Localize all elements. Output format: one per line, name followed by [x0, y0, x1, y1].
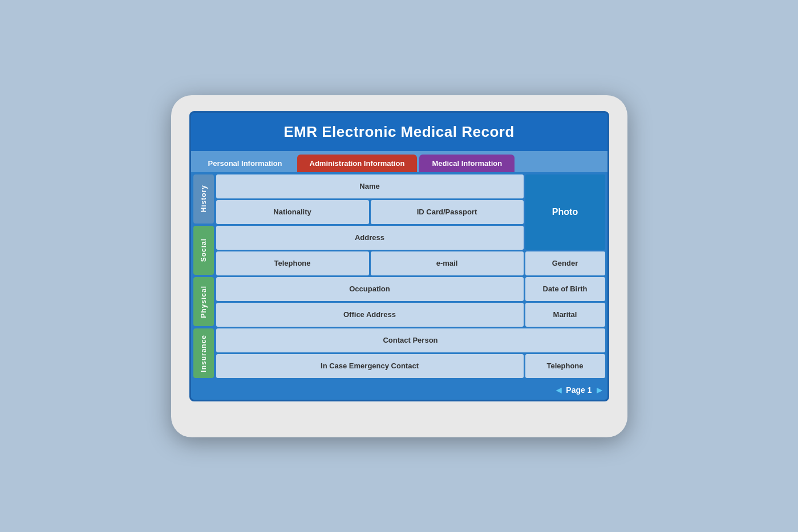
next-page-button[interactable]: ▸ — [597, 384, 602, 396]
tab-admin[interactable]: Administration Information — [297, 155, 418, 172]
emergency-row: In Case Emergency Contact Telephone — [216, 354, 605, 378]
pagination-row: ◂ Page 1 ▸ — [191, 380, 607, 400]
gender-field[interactable]: Gender — [525, 251, 605, 275]
page-label: Page 1 — [566, 385, 592, 395]
marital-field[interactable]: Marital — [525, 303, 605, 327]
office-address-field[interactable]: Office Address — [216, 303, 524, 327]
email-field[interactable]: e-mail — [371, 251, 524, 275]
address-row: Address — [216, 226, 524, 250]
nationality-field[interactable]: Nationality — [216, 200, 369, 224]
contact-person-field[interactable]: Contact Person — [216, 328, 605, 352]
office-marital-row: Office Address Marital — [216, 303, 605, 327]
sidebar-item-history[interactable]: History — [193, 174, 214, 224]
emr-container: EMR Electronic Medical Record Personal I… — [189, 111, 609, 401]
telephone2-field[interactable]: Telephone — [525, 354, 605, 378]
form-fields: Name Nationality ID Card/Passport — [216, 174, 605, 378]
tabs-row: Personal Information Administration Info… — [191, 151, 607, 172]
app-title: EMR Electronic Medical Record — [202, 123, 596, 141]
content-area: History Social Physical Insurance — [191, 172, 607, 380]
name-photo-row: Name Nationality ID Card/Passport — [216, 174, 605, 250]
occupation-dob-row: Occupation Date of Birth — [216, 277, 605, 301]
sidebar-item-social[interactable]: Social — [193, 226, 214, 275]
tab-personal[interactable]: Personal Information — [196, 155, 295, 172]
emr-header: EMR Electronic Medical Record — [191, 113, 607, 151]
occupation-field[interactable]: Occupation — [216, 277, 524, 301]
telephone-field[interactable]: Telephone — [216, 251, 369, 275]
name-field[interactable]: Name — [216, 174, 524, 198]
name-row: Name — [216, 174, 524, 198]
sidebar: History Social Physical Insurance — [193, 174, 214, 378]
emergency-contact-field[interactable]: In Case Emergency Contact — [216, 354, 524, 378]
address-field[interactable]: Address — [216, 226, 524, 250]
sidebar-item-insurance[interactable]: Insurance — [193, 328, 214, 377]
tablet: EMR Electronic Medical Record Personal I… — [171, 95, 627, 437]
dob-field[interactable]: Date of Birth — [525, 277, 605, 301]
tab-medical[interactable]: Medical Information — [419, 155, 515, 172]
contact-person-row: Contact Person — [216, 328, 605, 352]
id-card-field[interactable]: ID Card/Passport — [371, 200, 524, 224]
name-section: Name Nationality ID Card/Passport — [216, 174, 524, 250]
nationality-id-row: Nationality ID Card/Passport — [216, 200, 524, 224]
sidebar-item-physical[interactable]: Physical — [193, 277, 214, 326]
telephone-email-gender-row: Telephone e-mail Gender — [216, 251, 605, 275]
photo-field[interactable]: Photo — [525, 174, 605, 250]
prev-page-button[interactable]: ◂ — [556, 384, 561, 396]
